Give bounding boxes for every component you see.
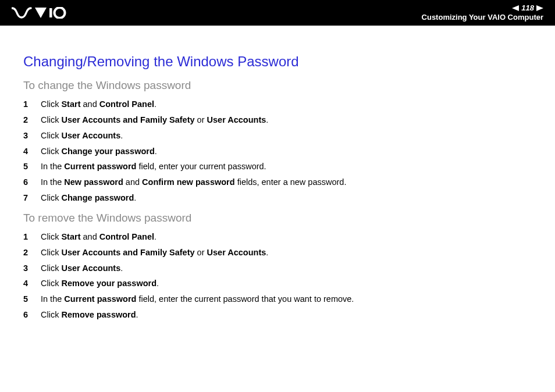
nav-next-icon[interactable] [536,5,543,11]
step-item: Click User Accounts and Family Safety or… [23,112,524,128]
step-item: Click User Accounts. [23,261,524,276]
page-nav: 118 [422,4,543,12]
svg-marker-2 [512,5,519,11]
page-number: 118 [521,4,534,12]
svg-rect-0 [49,8,52,17]
step-item: Click Change password. [23,190,524,206]
page-title: Changing/Removing the Windows Password [23,54,524,70]
header-bar: 118 Customizing Your VAIO Computer [0,0,555,26]
header-right: 118 Customizing Your VAIO Computer [422,4,543,22]
step-item: Click User Accounts and Family Safety or… [23,245,524,261]
step-item: In the New password and Confirm new pass… [23,174,524,190]
breadcrumb: Customizing Your VAIO Computer [422,13,543,22]
step-item: In the Current password field, enter the… [23,291,524,307]
remove-steps-list: Click Start and Control Panel.Click User… [23,229,524,323]
nav-prev-icon[interactable] [512,5,519,11]
change-steps-list: Click Start and Control Panel.Click User… [23,97,524,206]
svg-point-1 [55,8,65,18]
step-item: Click User Accounts. [23,128,524,144]
step-item: In the Current password field, enter you… [23,159,524,174]
remove-heading: To remove the Windows password [23,212,524,224]
step-item: Click Change your password. [23,144,524,159]
step-item: Click Remove your password. [23,276,524,291]
step-item: Click Start and Control Panel. [23,97,524,112]
step-item: Click Start and Control Panel. [23,229,524,245]
svg-marker-3 [536,5,543,11]
step-item: Click Remove password. [23,307,524,323]
change-heading: To change the Windows password [23,79,524,92]
content: Changing/Removing the Windows Password T… [0,26,524,323]
vaio-logo [12,7,70,19]
